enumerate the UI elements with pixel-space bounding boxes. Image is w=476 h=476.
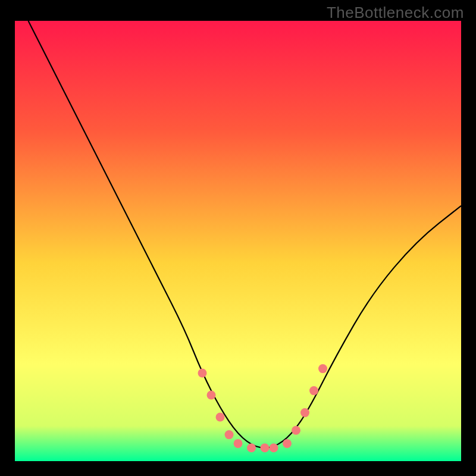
highlight-dot: [292, 426, 300, 435]
highlight-dot: [318, 364, 327, 373]
highlight-dot: [300, 408, 309, 417]
plot-background: [15, 21, 461, 461]
highlight-dot: [198, 369, 207, 378]
highlight-dot: [283, 439, 292, 448]
highlight-dot: [309, 386, 318, 395]
chart-frame: TheBottleneck.com: [0, 0, 476, 476]
highlight-dot: [247, 443, 256, 452]
highlight-dot: [207, 391, 216, 400]
bottleneck-chart: [0, 0, 476, 476]
highlight-dot: [216, 413, 225, 422]
highlight-dot: [225, 430, 234, 439]
highlight-dot: [261, 443, 270, 452]
highlight-dot: [234, 439, 243, 448]
highlight-dot: [270, 443, 278, 452]
